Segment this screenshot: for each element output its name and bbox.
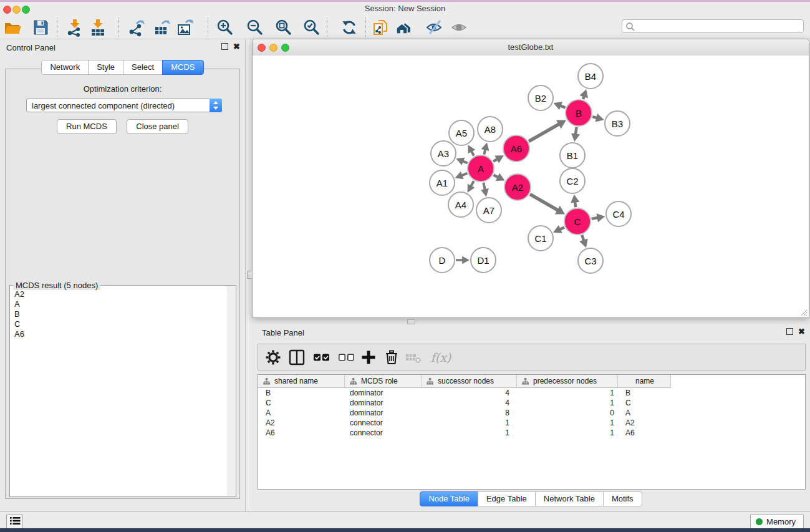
graph-node-D1[interactable]: D1 [471,248,496,273]
cell-successor-nodes[interactable]: 1 [422,418,517,428]
column-header-name[interactable]: name [618,375,671,388]
tab-edge-table[interactable]: Edge Table [478,491,536,506]
edge-C-C1[interactable] [560,228,564,230]
graph-node-A4[interactable]: A4 [448,192,473,217]
float-icon[interactable] [786,328,793,335]
import-network-button[interactable] [64,17,85,37]
graph-node-B4[interactable]: B4 [578,64,603,89]
mcds-result-item[interactable]: A6 [10,329,228,339]
edge-C-C2[interactable] [575,202,576,207]
cell-MCDS-role[interactable]: dominator [345,388,422,398]
tab-network[interactable]: Network [41,60,89,75]
cell-name[interactable]: B [618,388,671,398]
cell-shared-name[interactable]: C [258,398,345,408]
resize-grip-icon[interactable] [800,309,808,316]
cell-MCDS-role[interactable]: connector [345,418,422,428]
cell-successor-nodes[interactable]: 8 [422,408,517,418]
edge-C-C4[interactable] [592,218,598,219]
graph-node-B2[interactable]: B2 [528,85,553,110]
network-canvas[interactable]: B4B2BB3A5A8A6A3AB1A1C2A2A4A7C4CC1C3DD1 [253,56,809,317]
hide-graphics-button[interactable] [423,17,445,37]
scrollbar[interactable] [228,286,236,496]
task-history-button[interactable] [6,514,23,529]
select-all-columns-button[interactable] [312,348,332,367]
float-icon[interactable] [221,43,228,50]
refresh-button[interactable] [339,17,360,37]
edge-A-A4[interactable] [471,181,474,186]
mcds-result-item[interactable]: A [10,299,228,309]
zoom-out-button[interactable] [244,17,266,37]
edge-A-A6[interactable] [493,159,497,162]
cell-shared-name[interactable]: A2 [258,418,345,428]
settings-gear-button[interactable] [263,348,283,367]
mcds-result-item[interactable]: B [10,309,228,319]
tab-node-table[interactable]: Node Table [420,491,478,506]
split-divider-handle[interactable] [407,319,415,324]
graph-node-A2[interactable]: A2 [504,174,531,200]
search-field[interactable] [622,19,804,33]
graph-node-C3[interactable]: C3 [578,248,603,273]
table-row[interactable]: A6connector11A6 [258,428,805,438]
table-row[interactable]: Bdominator41B [258,388,805,398]
edge-B-B1[interactable] [576,127,577,135]
graph-node-A5[interactable]: A5 [449,120,474,145]
network-window-titlebar[interactable]: testGlobe.txt [253,39,809,56]
graph-node-A1[interactable]: A1 [430,170,455,195]
cell-name[interactable]: A2 [618,418,671,428]
export-table-button[interactable] [152,17,173,37]
delete-column-button[interactable] [382,348,402,367]
column-header-shared-name[interactable]: shared name [258,375,345,388]
tab-network-table[interactable]: Network Table [535,491,604,506]
cell-shared-name[interactable]: A [258,408,345,418]
cell-name[interactable]: A [618,408,671,418]
graph-node-A7[interactable]: A7 [476,198,501,223]
open-file-button[interactable] [2,17,23,37]
graph-node-D[interactable]: D [430,248,455,273]
zoom-fit-button[interactable] [273,17,294,37]
run-mcds-button[interactable]: Run MCDS [57,119,117,134]
graph-node-C1[interactable]: C1 [528,226,553,251]
cell-name[interactable]: A6 [618,428,671,438]
cell-shared-name[interactable]: A6 [258,428,345,438]
show-graphics-button[interactable] [448,17,470,37]
delete-table-button[interactable] [404,348,424,367]
export-network-button[interactable] [127,17,148,37]
split-panel-button[interactable] [287,348,307,367]
edge-B-B3[interactable] [592,117,597,118]
tab-select[interactable]: Select [123,60,163,75]
table-row[interactable]: Cdominator41C [258,398,805,408]
cell-predecessor-nodes[interactable]: 0 [517,408,618,418]
cell-shared-name[interactable]: B [258,388,345,398]
add-column-button[interactable] [359,348,378,367]
close-icon[interactable]: ✖ [798,328,805,335]
cell-MCDS-role[interactable]: connector [345,428,422,438]
import-table-button[interactable] [87,17,108,37]
close-panel-button[interactable]: Close panel [127,119,188,134]
graph-node-C4[interactable]: C4 [606,201,631,226]
cell-predecessor-nodes[interactable]: 1 [517,398,618,408]
cell-successor-nodes[interactable]: 4 [422,398,517,408]
edge-A-A5[interactable] [471,151,474,155]
mcds-result-item[interactable]: C [10,319,228,329]
graph-node-A3[interactable]: A3 [431,141,456,166]
function-builder-button[interactable]: f(x) [428,348,454,367]
tab-motifs[interactable]: Motifs [603,491,642,506]
memory-button[interactable]: Memory [750,514,804,529]
split-divider-handle[interactable] [247,271,253,279]
edge-A-A7[interactable] [483,183,485,190]
unselect-all-columns-button[interactable] [337,348,357,367]
close-icon[interactable]: ✖ [233,43,240,50]
table-row[interactable]: A2connector11A2 [258,418,805,428]
optimization-criterion-select[interactable]: largest connected component (directed) [26,99,222,112]
graph-node-B3[interactable]: B3 [605,111,630,136]
cell-predecessor-nodes[interactable]: 1 [517,428,618,438]
mcds-result-item[interactable]: A2 [10,289,228,299]
column-header-MCDS-role[interactable]: MCDS role [345,375,422,388]
column-header-predecessor-nodes[interactable]: predecessor nodes [517,375,618,388]
zoom-in-button[interactable] [215,17,236,37]
node-table[interactable]: shared nameMCDS rolesuccessor nodesprede… [258,374,806,490]
edge-B-B2[interactable] [561,105,566,107]
save-session-button[interactable] [30,17,51,37]
edge-A6-B[interactable] [529,124,559,142]
edge-C-C3[interactable] [582,235,584,241]
